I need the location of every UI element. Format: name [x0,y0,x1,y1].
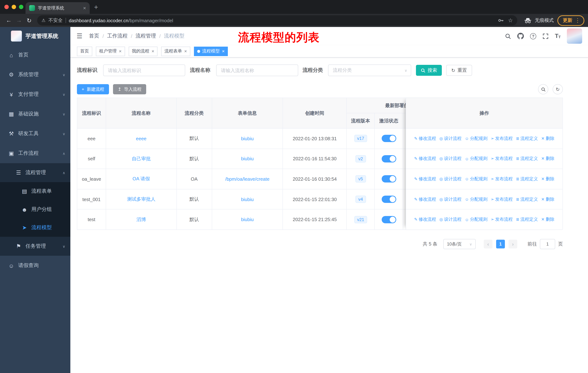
breadcrumb-workflow[interactable]: 工作流程 [107,33,128,39]
sidebar-item-devtools[interactable]: ⚒ 研发工具 ∨ [0,124,70,143]
macos-close-button[interactable] [4,5,9,9]
action-delete[interactable]: ✕删除 [541,196,554,202]
search-button[interactable]: 搜索 [416,65,442,76]
cell-form-link[interactable]: biubiu [212,210,283,230]
action-process-definition[interactable]: ≣流程定义 [516,176,538,182]
action-publish-process[interactable]: ➣发布流程 [491,135,513,142]
sidebar-item-home[interactable]: ⌂ 首页 [0,45,70,65]
tag-close-icon[interactable]: × [184,49,187,53]
github-icon[interactable] [517,33,524,39]
cell-name-link[interactable]: OA 请假 [106,169,177,189]
active-status-toggle[interactable] [381,175,396,183]
cell-name-link[interactable]: 测试多审批人 [106,189,177,210]
action-publish-process[interactable]: ➣发布流程 [491,196,513,202]
security-label[interactable]: 不安全 [49,17,63,24]
browser-tab[interactable]: 芋道管理系统 × [26,2,90,14]
sidebar-item-task-management[interactable]: ⚑ 任务管理 ∨ [0,237,70,256]
sidebar-item-workflow[interactable]: ▣ 工作流程 ∧ [0,143,70,163]
import-process-button[interactable]: ↥ 导入流程 [113,84,146,94]
cell-name-link[interactable]: eeee [106,129,177,149]
forward-button[interactable]: → [14,17,24,24]
sidebar-item-payment[interactable]: ¥ 支付管理 ∨ [0,84,70,104]
action-delete[interactable]: ✕删除 [541,216,554,222]
sidebar-item-process-management[interactable]: ☰ 流程管理 ∧ [0,163,70,182]
tag-close-icon[interactable]: × [119,49,122,53]
action-delete[interactable]: ✕删除 [541,135,554,142]
tag-close-icon[interactable]: × [222,49,225,53]
current-page-button[interactable]: 1 [496,240,505,248]
action-publish-process[interactable]: ➣发布流程 [491,176,513,182]
tag-my-process[interactable]: 我的流程 × [128,46,158,56]
cell-name-link[interactable]: 自己审批 [106,149,177,169]
process-key-input[interactable] [103,64,185,76]
search-icon[interactable] [505,33,511,39]
address-bar[interactable]: ⚠ 不安全 dashboard.yudao.iocoder.cn/bpm/man… [37,15,517,26]
user-avatar[interactable] [567,28,582,44]
breadcrumb-home[interactable]: 首页 [89,33,99,39]
tag-close-icon[interactable]: × [151,49,154,53]
active-status-toggle[interactable] [381,155,396,162]
action-assign-rule[interactable]: ☺分配规则 [465,156,487,162]
goto-page-input[interactable] [540,239,555,249]
tag-tenant-management[interactable]: 租户管理 × [96,46,125,56]
refresh-table-button[interactable]: ↻ [553,84,563,94]
cell-name-link[interactable]: 滔博 [106,210,177,230]
app-logo[interactable]: 芋道管理系统 [0,27,70,45]
create-process-button[interactable]: + 新建流程 [77,84,109,94]
action-process-definition[interactable]: ≣流程定义 [516,135,538,142]
cell-form-link[interactable]: biubiu [212,129,283,149]
reload-button[interactable]: ↻ [24,17,34,24]
sidebar-item-process-model[interactable]: ➤ 流程模型 [0,219,70,237]
browser-menu-icon[interactable]: ⋮ [575,17,580,24]
action-design-process[interactable]: ◎设计流程 [440,216,462,222]
action-design-process[interactable]: ◎设计流程 [440,176,462,182]
action-design-process[interactable]: ◎设计流程 [440,135,462,142]
action-edit-process[interactable]: ✎修改流程 [414,196,436,202]
tag-home[interactable]: 首页 [77,46,92,56]
font-size-icon[interactable]: TT [555,33,561,39]
cell-form-link[interactable]: biubiu [212,149,283,169]
prev-page-button[interactable]: ‹ [484,240,493,248]
tag-process-form[interactable]: 流程表单 × [161,46,190,56]
toggle-search-button[interactable] [538,84,548,94]
new-tab-button[interactable]: + [94,2,98,12]
sidebar-item-infrastructure[interactable]: ▦ 基础设施 ∨ [0,104,70,124]
bookmark-star-icon[interactable]: ☆ [508,17,513,24]
action-design-process[interactable]: ◎设计流程 [440,196,462,202]
password-key-icon[interactable] [498,18,504,23]
breadcrumb-process-management[interactable]: 流程管理 [136,33,156,39]
page-size-select[interactable]: 10条/页 ∨ [443,239,476,249]
action-assign-rule[interactable]: ☺分配规则 [465,135,487,142]
action-assign-rule[interactable]: ☺分配规则 [465,216,487,222]
tag-process-model[interactable]: 流程模型 × [194,46,228,56]
action-process-definition[interactable]: ≣流程定义 [516,216,538,222]
macos-minimize-button[interactable] [12,5,16,9]
action-delete[interactable]: ✕删除 [541,156,554,162]
back-button[interactable]: ← [4,17,14,24]
next-page-button[interactable]: › [509,240,517,248]
tab-close-icon[interactable]: × [83,5,86,10]
cell-form-link[interactable]: /bpm/oa/leave/create [212,169,283,189]
sidebar-item-leave-query[interactable]: ☺ 请假查询 [0,256,70,275]
action-delete[interactable]: ✕删除 [541,176,554,182]
macos-zoom-button[interactable] [19,5,23,9]
sidebar-collapse-icon[interactable]: ☰ [77,32,82,40]
sidebar-item-process-form[interactable]: ▤ 流程表单 [0,182,70,200]
reset-button[interactable]: ↻ 重置 [446,65,472,76]
active-status-toggle[interactable] [381,135,396,142]
active-status-toggle[interactable] [381,196,396,203]
url-text[interactable]: dashboard.yudao.iocoder.cn/bpm/manager/m… [69,18,173,23]
action-assign-rule[interactable]: ☺分配规则 [465,196,487,202]
process-category-select[interactable]: 流程分类 ∨ [328,64,411,76]
action-publish-process[interactable]: ➣发布流程 [491,156,513,162]
action-publish-process[interactable]: ➣发布流程 [491,216,513,222]
action-process-definition[interactable]: ≣流程定义 [516,156,538,162]
action-edit-process[interactable]: ✎修改流程 [414,156,436,162]
help-icon[interactable]: ? [530,33,536,39]
active-status-toggle[interactable] [381,216,396,223]
action-edit-process[interactable]: ✎修改流程 [414,216,436,222]
chrome-update-button[interactable]: 更新 ⋮ [557,15,584,26]
action-design-process[interactable]: ◎设计流程 [440,156,462,162]
sidebar-item-system[interactable]: ⚙ 系统管理 ∨ [0,65,70,84]
cell-form-link[interactable]: biubiu [212,189,283,210]
